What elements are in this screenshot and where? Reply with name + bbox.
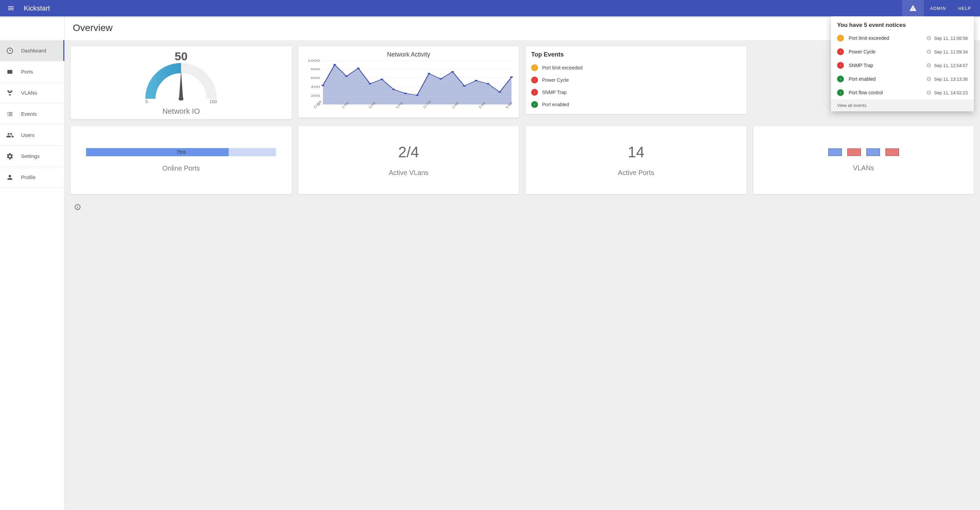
vlan-box-2 (847, 148, 861, 156)
notification-time: Sep 11, 14:02:23 (927, 90, 968, 95)
sidebar: DashboardPortsVLANsEventsUsersSettingsPr… (0, 16, 65, 510)
svg-point-15 (333, 64, 336, 65)
users-icon (6, 131, 14, 139)
svg-point-20 (392, 89, 395, 90)
svg-point-16 (345, 76, 348, 77)
svg-point-26 (463, 85, 466, 86)
active-ports-label: Active Ports (618, 169, 654, 177)
notification-text: Power Cycle (849, 49, 922, 54)
notifications-panel: You have 5 event notices Port limit exce… (831, 16, 974, 112)
status-dot (837, 89, 844, 96)
top-events-list: Port limit exceededPower CycleSNMP TrapP… (530, 62, 742, 111)
event-row[interactable]: Port enabled (530, 99, 742, 111)
event-row[interactable]: Port limit exceeded (530, 62, 742, 74)
status-dot (837, 48, 844, 55)
status-dot (531, 89, 538, 96)
notifications-button[interactable] (902, 0, 924, 16)
network-activity-card: Network Activity 02004006008001000 11 AM… (298, 46, 519, 118)
status-dot (837, 76, 844, 82)
settings-icon (6, 153, 14, 160)
notification-time: Sep 11, 11:59:34 (927, 49, 968, 54)
event-text: SNMP Trap (542, 89, 566, 95)
active-vlans-card: 2/4 Active VLans (298, 126, 519, 194)
sidebar-item-label: Events (21, 111, 37, 117)
notifications-title: You have 5 event notices (831, 16, 974, 31)
notification-row[interactable]: Port flow controlSep 11, 14:02:23 (831, 86, 974, 99)
chart-x-ticks: 11 AM2 PM5 PM8 PM11 PM2 AM5 AM8 AM (303, 107, 514, 114)
events-icon (6, 110, 14, 118)
sidebar-item-label: Ports (21, 69, 33, 75)
chart-title: Network Activity (303, 51, 514, 58)
svg-point-23 (427, 73, 430, 74)
active-vlans-value: 2/4 (398, 143, 419, 161)
sidebar-item-profile[interactable]: Profile (0, 167, 64, 188)
sidebar-item-dashboard[interactable]: Dashboard (0, 40, 64, 61)
online-ports-label: Online Ports (162, 164, 200, 172)
svg-point-19 (380, 79, 383, 80)
menu-toggle-button[interactable] (3, 0, 19, 16)
profile-icon (6, 174, 14, 181)
active-vlans-label: Active VLans (388, 169, 428, 177)
event-row[interactable]: Power Cycle (530, 74, 742, 86)
vlans-card: VLANs (753, 126, 974, 194)
sidebar-item-users[interactable]: Users (0, 124, 64, 146)
svg-point-27 (475, 80, 477, 81)
vlans-icon (6, 89, 14, 97)
svg-point-29 (498, 91, 501, 92)
info-icon[interactable] (74, 204, 81, 210)
notification-row[interactable]: SNMP TrapSep 11, 12:54:07 (831, 59, 974, 72)
event-text: Port enabled (542, 102, 569, 107)
svg-point-22 (415, 94, 418, 96)
event-row[interactable]: SNMP Trap (530, 86, 742, 99)
sidebar-item-vlans[interactable]: VLANs (0, 82, 64, 104)
gauge-label: Network IO (162, 107, 200, 116)
notifications-list: Port limit exceededSep 11, 11:06:58Power… (831, 31, 974, 99)
dashboard-icon (6, 47, 14, 54)
warning-icon (909, 5, 917, 12)
sidebar-item-label: Profile (21, 174, 36, 180)
status-dot (837, 62, 844, 69)
brand-title: Kickstart (24, 5, 50, 12)
notification-time: Sep 11, 13:13:36 (927, 76, 968, 82)
notification-time: Sep 11, 12:54:07 (927, 63, 968, 68)
sidebar-item-events[interactable]: Events (0, 104, 64, 124)
appbar: Kickstart ADMIN HELP (0, 0, 980, 16)
menu-icon (7, 5, 14, 12)
top-events-card: Top Events Port limit exceededPower Cycl… (526, 46, 746, 114)
notification-text: Port flow control (849, 90, 922, 95)
help-link[interactable]: HELP (952, 0, 977, 16)
notification-row[interactable]: Port limit exceededSep 11, 11:06:58 (831, 31, 974, 45)
svg-marker-0 (179, 70, 183, 99)
top-events-title: Top Events (531, 51, 742, 58)
svg-point-24 (439, 78, 442, 79)
notification-text: SNMP Trap (849, 63, 922, 68)
svg-point-14 (321, 85, 324, 86)
vlans-label: VLANs (853, 164, 874, 172)
svg-point-30 (510, 76, 513, 78)
view-all-events-link[interactable]: View all events (831, 99, 974, 112)
event-text: Power Cycle (542, 77, 569, 83)
status-dot (531, 101, 538, 108)
svg-text:200: 200 (311, 94, 320, 97)
sidebar-item-settings[interactable]: Settings (0, 146, 64, 167)
active-ports-card: 14 Active Ports (526, 126, 746, 194)
vlan-box-3 (866, 148, 880, 156)
svg-point-18 (369, 83, 371, 84)
svg-text:400: 400 (311, 85, 320, 89)
active-ports-value: 14 (628, 143, 644, 161)
svg-text:600: 600 (311, 76, 320, 80)
shell: DashboardPortsVLANsEventsUsersSettingsPr… (0, 16, 980, 510)
admin-link[interactable]: ADMIN (924, 0, 952, 16)
network-io-card: 50 (71, 46, 292, 119)
gauge-chart (143, 63, 218, 100)
notification-text: Port limit exceeded (849, 35, 922, 41)
svg-text:800: 800 (311, 68, 320, 71)
info-row (71, 201, 292, 212)
notification-row[interactable]: Power CycleSep 11, 11:59:34 (831, 45, 974, 59)
sidebar-item-ports[interactable]: Ports (0, 61, 64, 82)
notification-row[interactable]: Port enabledSep 11, 13:13:36 (831, 72, 974, 86)
ports-icon (6, 68, 14, 76)
gauge-value: 50 (175, 50, 188, 63)
online-ports-progress: 75% (86, 148, 276, 156)
sidebar-item-label: Settings (21, 153, 40, 159)
